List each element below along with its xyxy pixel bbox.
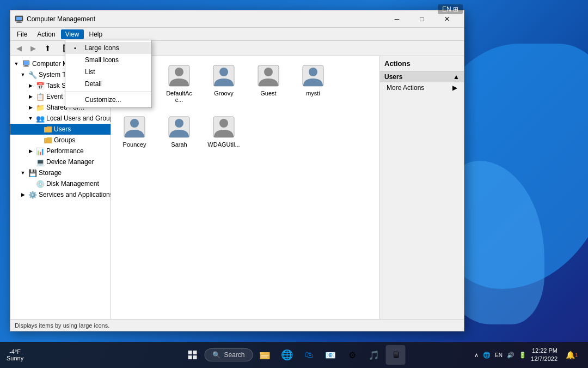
status-text: Displays items by using large icons. bbox=[15, 322, 109, 329]
view-detail[interactable]: Detail bbox=[65, 78, 151, 90]
menu-file[interactable]: File bbox=[13, 29, 32, 39]
language-indicator: EN ⊞ bbox=[438, 4, 463, 14]
back-button[interactable]: ◀ bbox=[13, 43, 26, 55]
sidebar-item-device-manager[interactable]: 💻 Device Manager bbox=[10, 156, 111, 167]
taskbar-settings[interactable]: ⚙ bbox=[342, 345, 362, 365]
taskbar-mail[interactable]: 📧 bbox=[321, 345, 340, 365]
maximize-button[interactable]: □ bbox=[409, 10, 434, 28]
svg-point-26 bbox=[219, 119, 228, 128]
user-label-guest: Guest bbox=[260, 90, 276, 96]
taskbar-search[interactable]: 🔍 Search bbox=[204, 348, 253, 361]
sidebar-label-users: Users bbox=[54, 125, 71, 133]
taskbar-spotify[interactable]: 🎵 bbox=[364, 345, 384, 365]
view-large-icons[interactable]: • Large Icons bbox=[65, 42, 151, 54]
user-item-default-account[interactable]: DefaultAcc... bbox=[160, 61, 198, 105]
user-icon-mysti bbox=[300, 63, 326, 89]
weather-desc: Sunny bbox=[7, 355, 23, 361]
tray-network-icon: 🌐 bbox=[483, 352, 491, 359]
sidebar-label-device-manager: Device Manager bbox=[46, 158, 94, 166]
menu-view[interactable]: View bbox=[61, 29, 84, 39]
notification-button[interactable]: 🔔1 bbox=[562, 345, 581, 365]
sidebar-label-services: Services and Applications bbox=[39, 191, 111, 198]
system-tools-icon: 🔧 bbox=[28, 70, 37, 79]
taskbar-file-explorer[interactable] bbox=[255, 345, 275, 365]
actions-header: Actions bbox=[380, 56, 464, 71]
up-button[interactable]: ⬆ bbox=[41, 43, 54, 55]
svg-point-18 bbox=[264, 68, 273, 76]
start-button[interactable] bbox=[182, 345, 202, 365]
svg-point-16 bbox=[219, 68, 228, 76]
taskbar-edge[interactable]: 🌐 bbox=[277, 345, 297, 365]
svg-rect-27 bbox=[188, 351, 192, 354]
tray-volume-icon[interactable]: 🔊 bbox=[507, 352, 514, 359]
svg-rect-6 bbox=[24, 65, 28, 67]
taskbar-center: 🔍 Search 🌐 🛍 📧 ⚙ 🎵 🖥 bbox=[182, 345, 405, 365]
sidebar-item-groups[interactable]: Groups bbox=[10, 135, 111, 146]
minimize-button[interactable]: ─ bbox=[384, 10, 409, 28]
sidebar-item-services-applications[interactable]: ▶ ⚙️ Services and Applications bbox=[10, 189, 111, 200]
user-item-mysti[interactable]: mysti bbox=[294, 61, 332, 105]
sidebar-label-storage: Storage bbox=[39, 169, 62, 177]
disk-management-icon: 💿 bbox=[36, 179, 45, 188]
taskbar-left: -4°F Sunny bbox=[7, 348, 28, 361]
svg-rect-28 bbox=[193, 351, 197, 354]
svg-rect-2 bbox=[17, 21, 21, 22]
menu-bar: File Action View Help bbox=[10, 28, 464, 41]
svg-rect-3 bbox=[16, 22, 22, 23]
user-label-wdag: WDAGUtil... bbox=[207, 141, 240, 148]
sidebar-item-local-users-groups[interactable]: ▼ 👥 Local Users and Groups bbox=[10, 113, 111, 124]
sidebar-label-disk-management: Disk Management bbox=[46, 180, 99, 188]
menu-help[interactable]: Help bbox=[85, 29, 107, 39]
window-icon bbox=[15, 15, 23, 23]
view-customize[interactable]: Customize... bbox=[65, 94, 151, 106]
search-label: Search bbox=[224, 351, 244, 359]
weather-temp: -4°F bbox=[7, 348, 23, 355]
weather-widget: -4°F Sunny bbox=[7, 348, 23, 361]
shared-folders-icon: 📁 bbox=[36, 103, 45, 112]
tray-battery-icon: 🔋 bbox=[519, 352, 526, 359]
actions-section-users[interactable]: Users ▲ bbox=[380, 71, 464, 82]
user-label-default-account: DefaultAcc... bbox=[162, 90, 196, 103]
user-item-sarah[interactable]: Sarah bbox=[160, 112, 198, 150]
view-list[interactable]: List bbox=[65, 66, 151, 78]
notification-count: 1 bbox=[575, 352, 578, 358]
user-item-groovy[interactable]: Groovy bbox=[205, 61, 243, 105]
svg-point-24 bbox=[175, 119, 183, 128]
performance-icon: 📊 bbox=[36, 147, 45, 155]
taskbar-store[interactable]: 🛍 bbox=[299, 345, 318, 365]
taskbar: -4°F Sunny 🔍 Search bbox=[0, 342, 588, 368]
device-manager-icon: 💻 bbox=[36, 158, 45, 166]
tray-expand[interactable]: ∧ bbox=[474, 352, 479, 359]
svg-point-14 bbox=[175, 68, 183, 76]
sidebar-item-users[interactable]: Users bbox=[10, 124, 111, 135]
computer-management-window: Computer Management ─ □ ✕ File Action Vi… bbox=[10, 10, 464, 331]
user-item-wdag[interactable]: WDAGUtil... bbox=[205, 112, 243, 150]
user-icon-guest bbox=[255, 63, 281, 89]
svg-rect-32 bbox=[261, 355, 269, 356]
status-bar: Displays items by using large icons. bbox=[10, 319, 464, 331]
svg-rect-7 bbox=[23, 67, 29, 67]
system-clock[interactable]: 12:22 PM 12/7/2022 bbox=[531, 347, 558, 364]
user-item-pouncey[interactable]: Pouncey bbox=[115, 112, 154, 150]
user-label-mysti: mysti bbox=[306, 90, 320, 96]
clock-time: 12:22 PM bbox=[531, 347, 558, 355]
svg-rect-30 bbox=[193, 355, 197, 359]
dropdown-separator bbox=[65, 92, 151, 92]
user-label-groovy: Groovy bbox=[214, 90, 233, 96]
sidebar-item-disk-management[interactable]: 💿 Disk Management bbox=[10, 178, 111, 189]
svg-rect-29 bbox=[188, 355, 192, 359]
taskbar-app-active[interactable]: 🖥 bbox=[386, 345, 406, 365]
local-users-icon: 👥 bbox=[36, 114, 45, 123]
view-small-icons[interactable]: Small Icons bbox=[65, 54, 151, 66]
user-item-guest[interactable]: Guest bbox=[249, 61, 287, 105]
taskbar-right: ∧ 🌐 EN 🔊 🔋 12:22 PM 12/7/2022 🔔1 bbox=[474, 345, 581, 365]
computer-icon bbox=[22, 59, 30, 68]
actions-more-actions[interactable]: More Actions ▶ bbox=[380, 82, 464, 93]
sidebar-item-storage[interactable]: ▼ 💾 Storage bbox=[10, 167, 111, 178]
forward-button[interactable]: ▶ bbox=[27, 43, 40, 55]
svg-point-20 bbox=[309, 68, 317, 76]
user-icon-default-account bbox=[166, 63, 192, 89]
sidebar-item-performance[interactable]: ▶ 📊 Performance bbox=[10, 146, 111, 156]
menu-action[interactable]: Action bbox=[33, 29, 59, 39]
user-label-pouncey: Pouncey bbox=[123, 141, 146, 148]
